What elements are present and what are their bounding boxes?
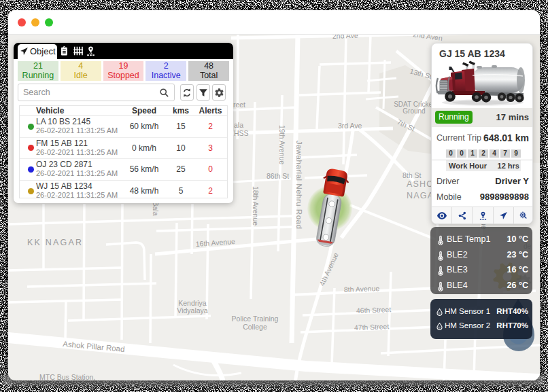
svg-text:47th Street: 47th Street xyxy=(354,322,390,332)
svg-text:3rd Ave: 3rd Ave xyxy=(338,122,362,130)
svg-text:KK NAGAR: KK NAGAR xyxy=(27,238,83,247)
svg-text:Vidyalaya: Vidyalaya xyxy=(177,306,207,315)
svg-text:HSS: HSS xyxy=(234,129,249,137)
svg-text:MTC Bus Station,: MTC Bus Station, xyxy=(39,373,95,380)
svg-text:Police Training: Police Training xyxy=(232,315,279,323)
svg-text:Ground: Ground xyxy=(403,107,425,115)
svg-text:46th Street: 46th Street xyxy=(356,305,392,315)
svg-text:College: College xyxy=(243,323,267,331)
svg-text:Bala: Bala xyxy=(152,201,160,215)
svg-text:18th Avenue: 18th Avenue xyxy=(252,186,260,226)
svg-text:8th St: 8th St xyxy=(403,171,422,179)
svg-text:ala: ala xyxy=(234,121,243,129)
svg-text:19th Avenue: 19th Avenue xyxy=(278,125,286,164)
svg-text:Jawaharlal Nehru Road: Jawaharlal Nehru Road xyxy=(295,141,303,230)
svg-text:86th St: 86th St xyxy=(267,172,289,180)
svg-text:8th Avenue: 8th Avenue xyxy=(344,284,380,293)
